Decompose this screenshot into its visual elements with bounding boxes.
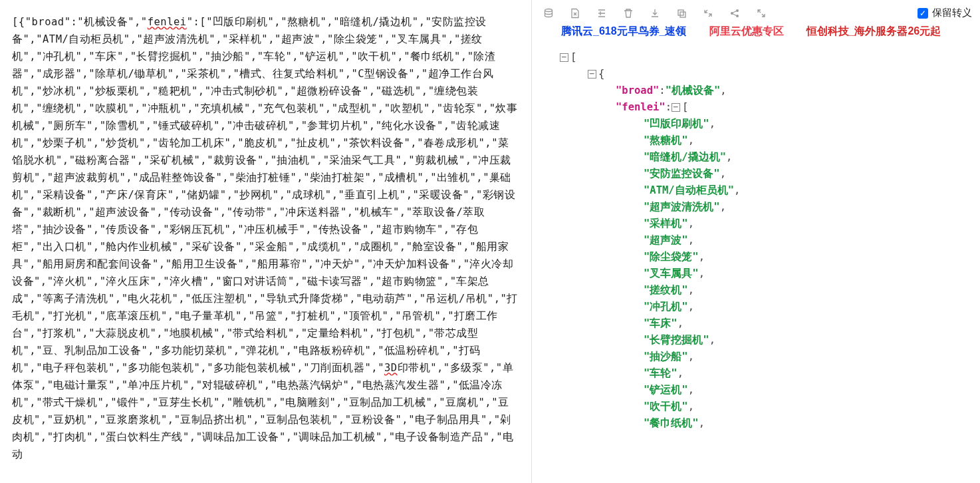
tree-array-item: "凹版印刷机", xyxy=(560,116,980,132)
tree-array-item: "抽沙船", xyxy=(560,349,980,365)
preserve-escape-checkbox[interactable]: ✓ 保留转义 xyxy=(918,7,972,19)
tree-array-item: "熬糖机", xyxy=(560,132,980,149)
tree-array-item: "搓纹机", xyxy=(560,282,980,299)
right-formatted-panel: ✓ 保留转义 腾讯云_618元早鸟券_速领 阿里云优惠专区 恒创科技_海外服务器… xyxy=(532,0,980,483)
tree-array-item: "叉车属具", xyxy=(560,265,980,282)
tree-array-item: "超声波", xyxy=(560,232,980,249)
tree-array-item: "采样机", xyxy=(560,216,980,232)
file-x-icon[interactable] xyxy=(569,7,581,19)
collapse-toggle[interactable]: − xyxy=(588,70,596,79)
ad-link-tencent[interactable]: 腾讯云_618元早鸟券_速领 xyxy=(561,25,687,39)
copy-icon[interactable] xyxy=(675,7,687,19)
json-tree-view[interactable]: −[−{"broad":"机械设备","fenlei":−["凹版印刷机","熬… xyxy=(535,45,980,432)
download-icon[interactable] xyxy=(649,7,661,19)
tree-array-item: "超声波清洗机", xyxy=(560,199,980,216)
share-icon[interactable] xyxy=(729,7,741,19)
svg-rect-2 xyxy=(680,12,685,17)
tree-array-item: "安防监控设备", xyxy=(560,166,980,182)
tree-array-item: "ATM/自动柜员机", xyxy=(560,182,980,199)
raw-json-text[interactable]: [{"broad":"机械设备","fenlei":["凹版印刷机","熬糖机"… xyxy=(12,13,519,463)
toolbar: ✓ 保留转义 xyxy=(535,0,980,23)
compress-icon[interactable] xyxy=(702,7,714,19)
collapse-toggle[interactable]: − xyxy=(560,53,568,62)
left-raw-json-panel: [{"broad":"机械设备","fenlei":["凹版印刷机","熬糖机"… xyxy=(0,0,532,483)
tree-array-item: "铲运机", xyxy=(560,382,980,399)
svg-point-0 xyxy=(545,9,552,11)
tree-array-item: "除尘袋笼", xyxy=(560,249,980,265)
svg-point-5 xyxy=(736,15,739,17)
database-icon[interactable] xyxy=(543,7,554,19)
tree-array-item: "车轮", xyxy=(560,365,980,382)
indent-icon[interactable] xyxy=(596,7,608,19)
svg-rect-1 xyxy=(678,10,683,15)
tree-array-item: "长臂挖掘机", xyxy=(560,332,980,349)
tree-array-item: "吹干机", xyxy=(560,399,980,415)
checkmark-icon: ✓ xyxy=(918,8,928,19)
tree-array-item: "冲孔机", xyxy=(560,299,980,315)
tree-array-item: "餐巾纸机", xyxy=(560,415,980,432)
ads-row: 腾讯云_618元早鸟券_速领 阿里云优惠专区 恒创科技_海外服务器26元起 xyxy=(535,23,980,45)
expand-icon[interactable] xyxy=(755,7,767,19)
tree-array-item: "暗缝机/撬边机", xyxy=(560,149,980,166)
tree-array-item: "车床", xyxy=(560,315,980,332)
trash-icon[interactable] xyxy=(622,7,634,19)
ad-link-aliyun[interactable]: 阿里云优惠专区 xyxy=(709,25,784,39)
checkbox-label: 保留转义 xyxy=(932,7,972,19)
svg-point-4 xyxy=(736,9,739,12)
collapse-toggle[interactable]: − xyxy=(672,103,680,112)
ad-link-hengchuang[interactable]: 恒创科技_海外服务器26元起 xyxy=(806,25,941,39)
